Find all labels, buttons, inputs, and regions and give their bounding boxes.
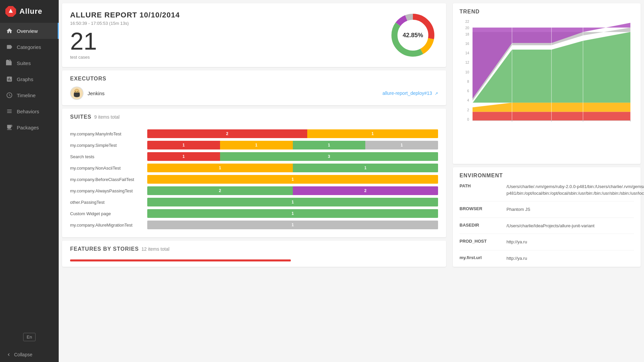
bar-segment: 1 [147, 175, 438, 184]
suite-row[interactable]: Search tests13 [70, 152, 438, 161]
env-row: BROWSERPhantom JS [460, 206, 634, 218]
behaviors-icon [6, 108, 13, 115]
suite-name: my.company.NonAsciiTest [70, 166, 144, 171]
executor-row: Jenkins allure-report_deploy#13 ↗ [70, 86, 438, 100]
features-title-row: FEATURES BY STORIES 12 items total [70, 246, 438, 257]
env-value: /Users/charlie/.rvm/gems/ruby-2.0.0-p481… [506, 183, 644, 196]
sidebar-item-graphs-label: Graphs [17, 76, 33, 82]
suite-row[interactable]: my.company.AllureMigrationTest1 [70, 221, 438, 229]
top-area: ALLURE REPORT 10/10/2014 16:50:39 - 17:0… [59, 0, 644, 270]
report-time: 16:50:39 - 17:05:53 (15m 13s) [70, 21, 378, 26]
executor-left: Jenkins [70, 86, 105, 100]
sidebar: Allure Overview Categories Suites Graphs… [0, 0, 59, 362]
bar-segment: 1 [147, 164, 293, 172]
svg-text:10: 10 [465, 70, 469, 74]
suite-name: Custom Widget page [70, 211, 144, 216]
bar-segment: 2 [293, 186, 438, 195]
sidebar-item-categories[interactable]: Categories [0, 39, 59, 55]
executor-link[interactable]: allure-report_deploy#13 ↗ [382, 90, 438, 96]
sidebar-item-graphs[interactable]: Graphs [0, 71, 59, 87]
home-icon [6, 27, 13, 34]
sidebar-item-packages[interactable]: Packages [0, 119, 59, 135]
suite-row[interactable]: my.company.AlwaysPassingTest22 [70, 186, 438, 195]
env-value: Phantom JS [506, 206, 634, 213]
bar-segment: 1 [147, 198, 438, 206]
external-link-icon: ↗ [435, 91, 438, 96]
suites-card: SUITES 9 items total my.company.ManyInfo… [62, 109, 446, 237]
sidebar-item-suites[interactable]: Suites [0, 55, 59, 71]
env-row: BASEDIR/Users/charlie/IdeaProjects/allur… [460, 223, 634, 234]
svg-text:4: 4 [467, 99, 469, 102]
bar-segment: 1 [365, 141, 438, 149]
sidebar-item-timeline[interactable]: Timeline [0, 87, 59, 103]
language-button[interactable]: En [23, 333, 36, 341]
suite-name: my.company.AllureMigrationTest [70, 223, 144, 228]
executor-name: Jenkins [88, 90, 105, 96]
svg-text:20: 20 [465, 26, 469, 30]
env-value: http://ya.ru [506, 255, 634, 262]
test-label: test cases [70, 55, 378, 60]
suite-bar: 1 [147, 175, 438, 184]
suite-bar: 22 [147, 186, 438, 195]
env-value: http://ya.ru [506, 239, 634, 245]
executor-avatar [70, 86, 84, 100]
suite-name: my.company.SimpleTest [70, 143, 144, 148]
suite-row[interactable]: Custom Widget page1 [70, 209, 438, 218]
features-card: FEATURES BY STORIES 12 items total [62, 241, 446, 267]
suite-name: Search tests [70, 154, 144, 159]
suite-name: my.company.ManyInfoTest [70, 131, 144, 136]
executors-card: EXECUTORS [62, 70, 446, 105]
suite-row[interactable]: my.company.ManyInfoTest21 [70, 129, 438, 138]
suites-rows: my.company.ManyInfoTest21my.company.Simp… [70, 129, 438, 229]
suite-row[interactable]: my.company.SimpleTest1111 [70, 141, 438, 149]
suites-title: SUITES [70, 114, 92, 120]
features-count: 12 items total [142, 246, 169, 252]
bar-segment: 1 [220, 141, 293, 149]
suite-bar: 1 [147, 221, 438, 229]
bar-segment: 1 [147, 152, 220, 161]
donut-percent: 42.85% [402, 32, 423, 39]
sidebar-item-behaviors[interactable]: Behaviors [0, 103, 59, 119]
suite-bar: 1 [147, 198, 438, 206]
trend-chart-svg: 0 2 4 6 8 10 12 14 16 18 20 22 [460, 18, 634, 125]
suite-row[interactable]: my.company.NonAsciiTest11 [70, 164, 438, 172]
suite-name: other.PassingTest [70, 200, 144, 205]
bar-segment: 1 [147, 141, 220, 149]
suite-bar: 13 [147, 152, 438, 161]
environment-title: ENVIRONMENT [460, 173, 634, 179]
features-title: FEATURES BY STORIES [70, 246, 139, 252]
graphs-icon [6, 76, 13, 82]
jenkins-avatar-icon [71, 87, 83, 99]
allure-logo-icon [5, 6, 16, 17]
main-content: ALLURE REPORT 10/10/2014 16:50:39 - 17:0… [59, 0, 644, 362]
left-panel: ALLURE REPORT 10/10/2014 16:50:39 - 17:0… [59, 0, 449, 270]
env-row: PATH/Users/charlie/.rvm/gems/ruby-2.0.0-… [460, 183, 634, 201]
suite-name: my.company.BeforeClassFailTest [70, 177, 144, 182]
env-row: my.first.urlhttp://ya.ru [460, 255, 634, 262]
sidebar-item-overview[interactable]: Overview [0, 23, 59, 39]
bar-segment: 1 [307, 129, 438, 138]
svg-text:18: 18 [465, 33, 469, 36]
donut-chart: 42.85% [388, 10, 438, 60]
report-header-card: ALLURE REPORT 10/10/2014 16:50:39 - 17:0… [62, 3, 446, 67]
bar-segment: 1 [293, 141, 366, 149]
suite-row[interactable]: my.company.BeforeClassFailTest1 [70, 175, 438, 184]
sidebar-item-behaviors-label: Behaviors [17, 109, 39, 114]
bar-segment: 3 [220, 152, 438, 161]
report-stats: ALLURE REPORT 10/10/2014 16:50:39 - 17:0… [70, 11, 378, 60]
env-key: BROWSER [460, 206, 500, 213]
suite-bar: 1 [147, 209, 438, 218]
suites-count: 9 items total [94, 114, 119, 120]
svg-point-10 [75, 91, 76, 92]
svg-text:6: 6 [467, 89, 469, 93]
right-panel: TREND 0 2 4 6 8 10 12 14 16 18 20 22 [449, 0, 644, 270]
env-value: /Users/charlie/IdeaProjects/allure-junit… [506, 223, 634, 229]
suite-row[interactable]: other.PassingTest1 [70, 198, 438, 206]
collapse-button[interactable]: Collapse [0, 347, 59, 362]
bar-segment: 1 [147, 209, 438, 218]
collapse-icon [6, 352, 11, 357]
svg-point-11 [77, 91, 78, 92]
features-bar [70, 259, 291, 261]
bar-segment: 2 [147, 186, 293, 195]
svg-text:22: 22 [465, 20, 469, 23]
